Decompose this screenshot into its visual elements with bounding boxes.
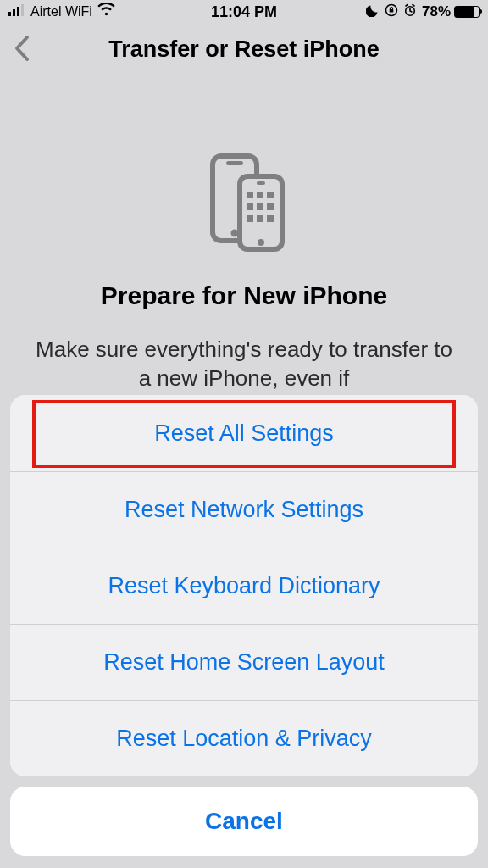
status-bar: Airtel WiFi 11:04 PM 78% — [0, 0, 488, 24]
svg-rect-3 — [21, 4, 24, 16]
page-title: Transfer or Reset iPhone — [108, 36, 380, 63]
back-button[interactable] — [12, 34, 30, 63]
lock-rotation-icon — [385, 3, 398, 21]
signal-icon — [8, 3, 25, 20]
battery-pct: 78% — [422, 3, 451, 20]
battery-indicator: 78% — [422, 3, 480, 20]
svg-rect-21 — [267, 215, 274, 222]
svg-rect-18 — [267, 203, 274, 210]
reset-keyboard-dictionary[interactable]: Reset Keyboard Dictionary — [10, 548, 478, 624]
prepare-title: Prepare for New iPhone — [0, 281, 488, 310]
status-right: 78% — [366, 3, 480, 21]
svg-rect-16 — [247, 203, 253, 210]
svg-rect-19 — [247, 215, 253, 222]
cancel-button[interactable]: Cancel — [10, 787, 478, 856]
alarm-icon — [403, 3, 417, 21]
action-sheet: Reset All Settings Reset Network Setting… — [0, 395, 488, 868]
status-left: Airtel WiFi — [8, 3, 115, 20]
svg-point-11 — [258, 239, 264, 246]
reset-location-privacy[interactable]: Reset Location & Privacy — [10, 700, 478, 776]
svg-rect-15 — [267, 192, 274, 198]
nav-header: Transfer or Reset iPhone — [0, 24, 488, 75]
action-sheet-list: Reset All Settings Reset Network Setting… — [10, 395, 478, 776]
phones-icon — [197, 151, 291, 256]
svg-rect-0 — [8, 12, 11, 16]
moon-icon — [366, 3, 380, 21]
reset-home-screen-layout[interactable]: Reset Home Screen Layout — [10, 624, 478, 700]
svg-rect-2 — [17, 7, 19, 16]
svg-rect-20 — [257, 215, 263, 222]
svg-rect-13 — [247, 192, 253, 198]
wifi-icon — [97, 3, 115, 20]
svg-rect-14 — [257, 192, 263, 198]
background-content: Prepare for New iPhone Make sure everyth… — [0, 75, 488, 393]
reset-all-settings[interactable]: Reset All Settings — [10, 395, 478, 471]
battery-icon — [454, 6, 480, 18]
svg-rect-17 — [257, 203, 263, 210]
carrier-label: Airtel WiFi — [30, 4, 92, 19]
svg-rect-8 — [226, 161, 243, 165]
prepare-body: Make sure everything's ready to transfer… — [0, 336, 488, 393]
svg-rect-10 — [240, 176, 282, 249]
svg-rect-1 — [13, 9, 15, 16]
reset-network-settings[interactable]: Reset Network Settings — [10, 471, 478, 548]
svg-rect-5 — [390, 9, 394, 13]
battery-fill — [455, 7, 474, 17]
svg-rect-12 — [257, 181, 265, 185]
